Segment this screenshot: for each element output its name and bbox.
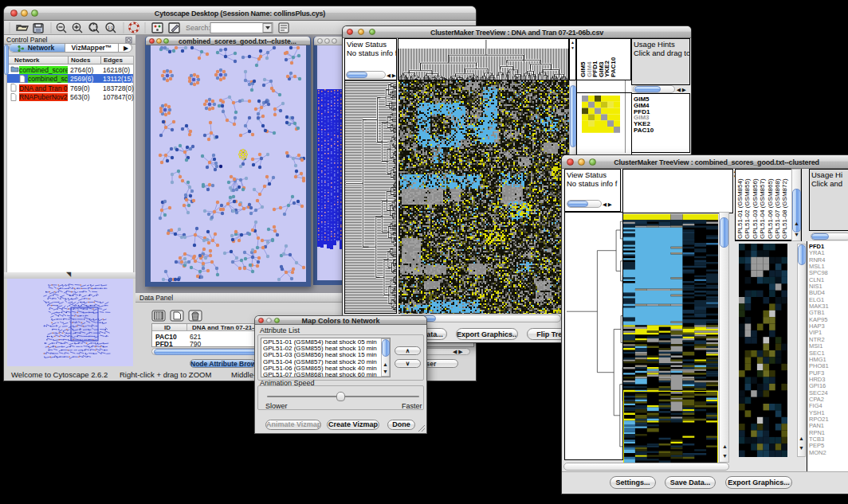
- svg-text:1:1: 1:1: [108, 25, 113, 30]
- svg-text:Search:: Search:: [186, 24, 210, 32]
